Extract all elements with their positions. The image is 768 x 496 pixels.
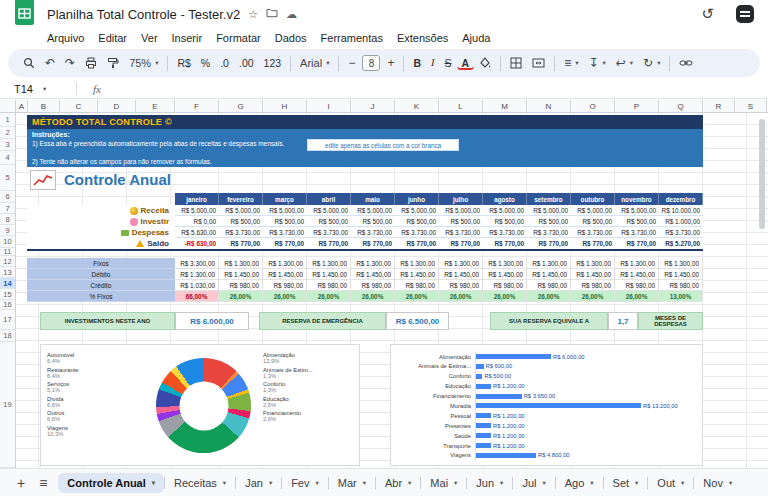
all-sheets-button[interactable]: ≡ <box>32 475 54 491</box>
table-cell[interactable]: R$ 980,00 <box>483 280 527 291</box>
menu-item-ver[interactable]: Ver <box>134 30 165 46</box>
borders-icon[interactable] <box>505 55 527 71</box>
table-cell[interactable]: R$ 1.450,00 <box>659 269 703 280</box>
print-icon[interactable] <box>80 55 102 71</box>
row-header[interactable]: 17 <box>0 310 15 330</box>
table-cell[interactable]: R$ 3.730,00 <box>527 227 571 238</box>
spreadsheet-grid[interactable]: MÉTODO TOTAL CONTROLE © Instruções: 1) E… <box>16 113 768 468</box>
italic-button[interactable]: I <box>426 56 440 71</box>
table-cell[interactable]: R$ 3.730,00 <box>615 227 659 238</box>
row-header[interactable]: 4 <box>0 151 15 165</box>
column-header[interactable]: S <box>735 100 767 113</box>
version-history-icon[interactable]: ↺ <box>701 5 714 23</box>
table-cell[interactable]: R$ 770,00 <box>615 238 659 249</box>
table-cell[interactable]: R$ 3.730,00 <box>483 227 527 238</box>
table-cell[interactable]: 26,00% <box>439 291 483 302</box>
table-cell[interactable]: R$ 980,00 <box>571 280 615 291</box>
table-cell[interactable]: R$ 3.730,00 <box>439 227 483 238</box>
row-header[interactable]: 7 <box>0 203 15 214</box>
horizontal-align-icon[interactable]: ≡▾ <box>559 55 583 71</box>
equivalence-value[interactable]: 1,7 <box>608 312 638 330</box>
table-cell[interactable]: 26,00% <box>351 291 395 302</box>
zoom-select[interactable]: 75%▾ <box>124 56 163 71</box>
table-cell[interactable]: R$ 1.450,00 <box>219 269 263 280</box>
increase-decimal-button[interactable]: .00 <box>234 56 259 71</box>
column-header[interactable]: D <box>98 100 136 113</box>
table-cell[interactable]: R$ 980,00 <box>439 280 483 291</box>
sheet-tab[interactable]: Abr▾ <box>376 473 420 493</box>
table-cell[interactable]: 66,00% <box>175 291 219 302</box>
row-header[interactable]: 11 <box>0 248 15 256</box>
table-cell[interactable]: R$ 500,00 <box>395 216 439 227</box>
month-header-cell[interactable]: novembro <box>615 193 659 205</box>
column-header[interactable]: J <box>351 100 395 113</box>
month-header-cell[interactable]: dezembro <box>659 193 703 205</box>
month-header-cell[interactable]: fevereiro <box>219 193 263 205</box>
add-sheet-button[interactable]: + <box>10 475 32 491</box>
table-cell[interactable]: R$ 5.000,00 <box>483 205 527 216</box>
table-cell[interactable]: R$ 980,00 <box>527 280 571 291</box>
month-header-cell[interactable]: maio <box>351 193 395 205</box>
table-cell[interactable]: R$ 5.000,00 <box>263 205 307 216</box>
table-cell[interactable]: R$ 500,00 <box>307 216 351 227</box>
bold-button[interactable]: B <box>408 56 426 71</box>
row-header[interactable]: 14 <box>0 278 15 289</box>
table-cell[interactable]: 26,00% <box>263 291 307 302</box>
table-cell[interactable]: -R$ 630,00 <box>175 238 219 249</box>
table-cell[interactable]: R$ 3.730,00 <box>571 227 615 238</box>
row-header[interactable]: 2 <box>0 127 15 139</box>
table-cell[interactable]: R$ 1.300,00 <box>615 258 659 269</box>
column-header[interactable]: I <box>307 100 351 113</box>
row-header[interactable]: 3 <box>0 139 15 151</box>
row-header[interactable]: 5 <box>0 165 15 191</box>
table-cell[interactable]: R$ 770,00 <box>219 238 263 249</box>
menu-item-inserir[interactable]: Inserir <box>165 30 210 46</box>
table-cell[interactable]: R$ 1.450,00 <box>307 269 351 280</box>
table-cell[interactable]: R$ 3.730,00 <box>263 227 307 238</box>
menu-item-editar[interactable]: Editar <box>91 30 134 46</box>
vertical-scrollbar[interactable] <box>757 115 767 466</box>
table-cell[interactable]: R$ 980,00 <box>351 280 395 291</box>
column-header[interactable]: O <box>571 100 615 113</box>
table-cell[interactable]: R$ 770,00 <box>571 238 615 249</box>
table-cell[interactable]: R$ 980,00 <box>395 280 439 291</box>
fixed-row-label[interactable]: Fixos <box>27 258 175 269</box>
row-header[interactable]: 15 <box>0 289 15 300</box>
row-header[interactable]: 19 <box>0 342 15 468</box>
table-cell[interactable]: R$ 500,00 <box>219 216 263 227</box>
table-cell[interactable]: R$ 3.300,00 <box>175 258 219 269</box>
row-header[interactable]: 12 <box>0 256 15 267</box>
sheet-tab[interactable]: Jun▾ <box>467 473 512 493</box>
table-cell[interactable]: R$ 770,00 <box>351 238 395 249</box>
sheet-tab[interactable]: Jul▾ <box>513 473 554 493</box>
scrollbar-thumb[interactable] <box>759 119 765 229</box>
table-cell[interactable]: R$ 5.000,00 <box>351 205 395 216</box>
text-color-button[interactable]: A <box>457 56 475 71</box>
vertical-align-icon[interactable]: ↧▾ <box>583 55 610 71</box>
table-cell[interactable]: R$ 1.000,00 <box>659 216 703 227</box>
table-cell[interactable]: R$ 1.300,00 <box>307 258 351 269</box>
table-cell[interactable]: R$ 1.300,00 <box>219 258 263 269</box>
table-cell[interactable]: R$ 980,00 <box>615 280 659 291</box>
expenses-donut-chart[interactable]: Automóvel6,4%Restaurante6,4%Serviços5,1%… <box>40 344 360 466</box>
column-header[interactable]: A <box>16 100 28 113</box>
redo-icon[interactable]: ↷ <box>60 55 80 71</box>
month-header-cell[interactable]: agosto <box>483 193 527 205</box>
table-cell[interactable]: R$ 3.730,00 <box>395 227 439 238</box>
column-header[interactable]: Q <box>659 100 703 113</box>
table-cell[interactable]: R$ 5.630,00 <box>175 227 219 238</box>
table-cell[interactable]: R$ 3.730,00 <box>351 227 395 238</box>
undo-icon[interactable]: ↶ <box>40 55 60 71</box>
table-cell[interactable]: R$ 3.730,00 <box>219 227 263 238</box>
column-header[interactable]: L <box>439 100 483 113</box>
month-header-cell[interactable]: abril <box>307 193 351 205</box>
menu-item-ferramentas[interactable]: Ferramentas <box>314 30 390 46</box>
reserve-value[interactable]: R$ 6.500,00 <box>386 312 449 330</box>
merge-cells-icon[interactable] <box>527 55 550 71</box>
table-cell[interactable]: R$ 1.300,00 <box>439 258 483 269</box>
sheet-tab[interactable]: Jan▾ <box>236 473 281 493</box>
sheet-tab[interactable]: Out▾ <box>648 473 693 493</box>
sheet-tab[interactable]: Set▾ <box>604 473 648 493</box>
move-folder-icon[interactable] <box>266 8 278 20</box>
table-cell[interactable]: R$ 5.000,00 <box>571 205 615 216</box>
